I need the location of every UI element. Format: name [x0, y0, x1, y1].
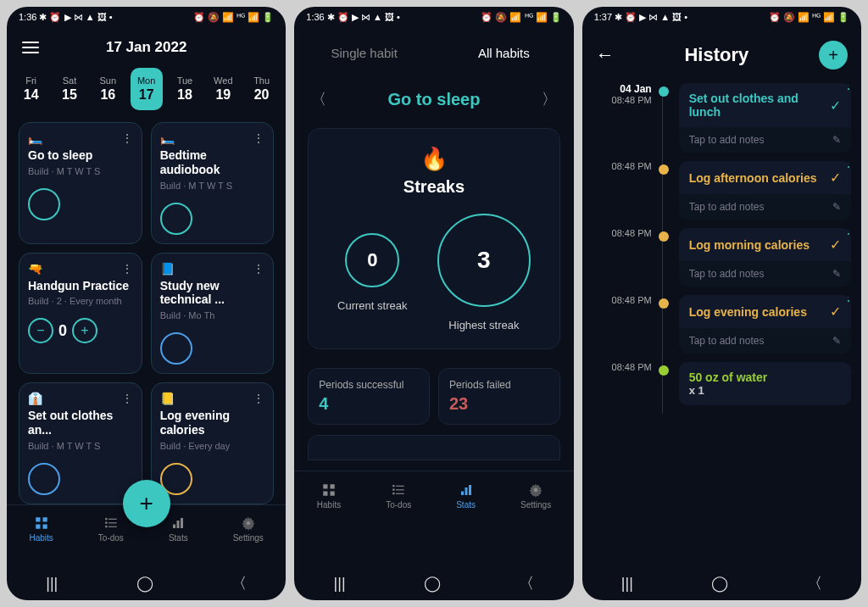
recents-button[interactable]: |||: [334, 575, 346, 593]
svg-rect-11: [177, 521, 180, 528]
svg-rect-12: [181, 518, 183, 528]
complete-circle[interactable]: [160, 332, 192, 365]
status-bar: 1:37 ✱ ⏰ ▶ ⋈ ▲ 🖼 • ⏰ 🔕 📶 ᴴᴳ 📶 🔋: [582, 7, 861, 27]
check-icon: ✓: [830, 97, 841, 114]
more-icon[interactable]: ⋮: [843, 295, 851, 304]
history-card[interactable]: ⋮ Set out clothes and lunch✓ Tap to add …: [679, 83, 851, 153]
habit-card[interactable]: ⋮ 🛏️ Go to sleep Build · M T W T S: [19, 122, 142, 244]
recents-button[interactable]: |||: [621, 575, 633, 593]
add-notes[interactable]: Tap to add notes✎: [679, 127, 851, 153]
screen-stats: 1:36 ✱ ⏰ ▶ ⋈ ▲ 🖼 • ⏰ 🔕 📶 ᴴᴳ 📶 🔋 Single h…: [294, 7, 573, 600]
day-mon[interactable]: Mon17: [131, 68, 163, 110]
add-notes[interactable]: Tap to add notes✎: [679, 261, 851, 287]
timeline-dot: [659, 86, 669, 97]
add-notes[interactable]: Tap to add notes✎: [679, 194, 851, 220]
svg-rect-24: [461, 491, 464, 495]
android-nav: ||| ◯ 〈: [294, 566, 573, 600]
add-button[interactable]: +: [819, 41, 848, 70]
svg-rect-8: [105, 526, 107, 527]
tab-settings[interactable]: Settings: [233, 515, 264, 543]
habit-card[interactable]: ⋮ 🛏️ Bedtime audiobook Build · M T W T S: [151, 122, 275, 244]
status-time: 1:36: [306, 12, 324, 22]
history-card[interactable]: ⋮ Log evening calories✓ Tap to add notes…: [679, 295, 851, 354]
tab-todos[interactable]: To-dos: [386, 482, 411, 510]
svg-rect-0: [36, 518, 40, 522]
more-icon[interactable]: ⋮: [121, 392, 133, 405]
svg-rect-5: [108, 519, 117, 520]
more-icon[interactable]: ⋮: [121, 262, 133, 276]
tab-single-habit[interactable]: Single habit: [294, 37, 434, 69]
habit-name: Go to sleep: [388, 90, 481, 109]
status-time: 1:36: [19, 12, 36, 22]
svg-rect-10: [173, 525, 175, 529]
history-card[interactable]: ⋮ Log afternoon calories✓ Tap to add not…: [679, 161, 851, 220]
svg-rect-4: [105, 518, 107, 520]
day-tue[interactable]: Tue18: [169, 68, 201, 110]
day-sun[interactable]: Sun16: [92, 68, 124, 110]
more-icon[interactable]: ⋮: [253, 131, 264, 145]
svg-rect-17: [331, 491, 335, 495]
svg-rect-20: [392, 488, 394, 490]
home-button[interactable]: ◯: [424, 574, 441, 593]
complete-circle[interactable]: [160, 203, 192, 235]
plus-button[interactable]: +: [72, 318, 97, 343]
day-sat[interactable]: Sat15: [53, 68, 86, 110]
svg-rect-21: [396, 489, 404, 490]
back-button[interactable]: 〈: [231, 573, 247, 593]
pencil-icon: ✎: [832, 134, 841, 146]
more-icon[interactable]: ⋮: [843, 161, 851, 170]
back-button[interactable]: 〈: [519, 573, 534, 593]
status-time: 1:37: [594, 12, 612, 22]
tab-todos[interactable]: To-dos: [98, 515, 124, 543]
back-button[interactable]: 〈: [807, 573, 822, 593]
complete-circle[interactable]: [28, 463, 60, 495]
periods-successful: Periods successful 4: [308, 368, 430, 425]
tab-stats[interactable]: Stats: [456, 482, 476, 510]
add-habit-fab[interactable]: +: [123, 480, 170, 527]
tab-stats[interactable]: Stats: [169, 515, 188, 543]
svg-rect-23: [396, 493, 404, 493]
tab-all-habits[interactable]: All habits: [434, 37, 574, 69]
day-wed[interactable]: Wed19: [207, 68, 239, 110]
habit-card[interactable]: ⋮ 📒 Log evening calories Build · Every d…: [151, 382, 275, 504]
history-card[interactable]: 50 oz of water x 1: [679, 362, 851, 405]
date-title: 17 Jan 2022: [39, 39, 253, 56]
history-card[interactable]: ⋮ Log morning calories✓ Tap to add notes…: [679, 228, 851, 287]
more-icon[interactable]: ⋮: [843, 83, 851, 92]
bottom-nav: Habits To-dos Stats Settings: [294, 471, 573, 520]
more-icon[interactable]: ⋮: [121, 131, 133, 145]
timeline-dot: [659, 365, 669, 376]
recents-button[interactable]: |||: [46, 575, 58, 593]
android-nav: ||| ◯ 〈: [582, 566, 861, 600]
screen-habits: 1:36 ✱ ⏰ ▶ ⋈ ▲ 🖼 • ⏰ 🔕 📶 ᴴᴳ 📶 🔋 17 Jan 2…: [7, 7, 286, 600]
day-thu[interactable]: Thu20: [246, 68, 278, 110]
add-notes[interactable]: Tap to add notes✎: [679, 328, 851, 354]
tab-habits[interactable]: Habits: [30, 515, 53, 543]
day-fri[interactable]: Fri14: [15, 68, 47, 110]
svg-rect-3: [42, 525, 47, 529]
android-nav: ||| ◯ 〈: [7, 566, 286, 600]
habit-card[interactable]: ⋮ 👔 Set out clothes an... Build · M T W …: [19, 382, 142, 504]
back-icon[interactable]: ←: [596, 44, 615, 66]
tab-settings[interactable]: Settings: [520, 482, 551, 510]
habit-card[interactable]: ⋮ 🔫 Handgun Practice Build · 2 · Every m…: [19, 253, 142, 375]
more-icon[interactable]: ⋮: [253, 262, 264, 276]
svg-rect-6: [105, 522, 107, 524]
streaks-card: 🔥 Streaks 0 Current streak 3 Highest str…: [308, 128, 559, 349]
home-button[interactable]: ◯: [711, 574, 728, 593]
minus-button[interactable]: −: [28, 318, 53, 343]
more-icon[interactable]: ⋮: [253, 392, 264, 405]
timeline-dot: [659, 164, 669, 175]
complete-circle[interactable]: [28, 188, 60, 220]
check-icon: ✓: [830, 304, 841, 320]
more-icon[interactable]: ⋮: [843, 228, 851, 237]
home-button[interactable]: ◯: [136, 574, 153, 593]
timeline: 04 Jan08:48 PM ⋮ Set out clothes and lun…: [582, 83, 861, 414]
svg-rect-19: [396, 485, 404, 486]
tab-habits[interactable]: Habits: [317, 482, 341, 510]
next-habit-button[interactable]: 〉: [542, 89, 557, 109]
prev-habit-button[interactable]: 〈: [311, 89, 326, 109]
menu-icon[interactable]: [22, 42, 39, 53]
habit-card[interactable]: ⋮ 📘 Study new technical ... Build · Mo T…: [151, 253, 275, 375]
pencil-icon: ✎: [832, 335, 841, 347]
